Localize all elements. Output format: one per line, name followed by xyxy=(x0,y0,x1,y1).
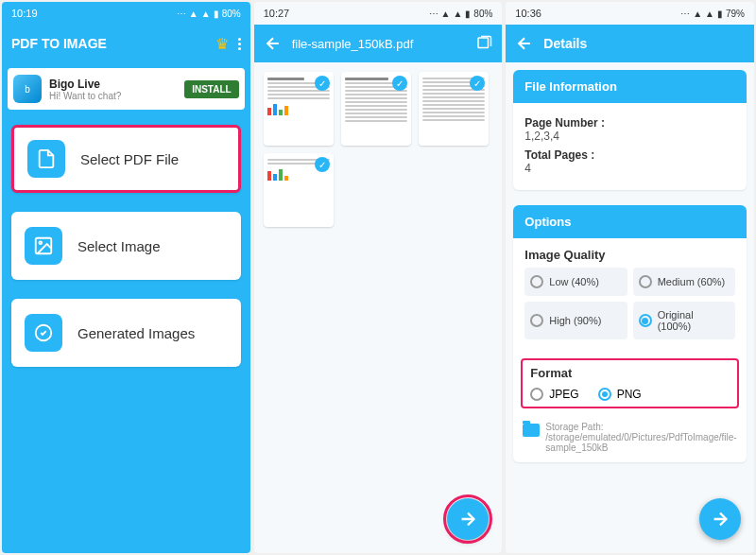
battery-text: 80% xyxy=(222,9,241,19)
check-icon: ✓ xyxy=(392,76,407,91)
clock: 10:36 xyxy=(515,8,541,19)
status-bar: 10:27 ⋯▲▲▮80% xyxy=(254,2,503,25)
app-title: PDF TO IMAGE xyxy=(11,36,206,51)
select-image-label: Select Image xyxy=(77,238,161,254)
generated-label: Generated Images xyxy=(77,325,195,341)
menu-overflow-icon[interactable] xyxy=(238,38,241,50)
battery-icon: ▮ xyxy=(214,9,219,19)
quality-low[interactable]: Low (40%) xyxy=(524,268,627,296)
quality-medium[interactable]: Medium (60%) xyxy=(633,268,735,296)
battery-text: 80% xyxy=(473,9,492,19)
back-icon[interactable] xyxy=(515,34,534,53)
format-section: Format JPEG PNG xyxy=(521,358,739,408)
page-thumbnail[interactable]: ✓ xyxy=(341,72,411,146)
total-pages-value: 4 xyxy=(524,162,735,175)
total-pages-label: Total Pages : xyxy=(524,148,735,162)
status-icons: ⋯▲▲▮80% xyxy=(429,9,493,19)
status-icons: ⋯▲▲▮80% xyxy=(177,9,241,19)
svg-point-1 xyxy=(39,241,42,244)
battery-text: 79% xyxy=(726,9,745,19)
page-thumbnail[interactable]: ✓ xyxy=(264,153,334,227)
check-icon: ✓ xyxy=(470,76,485,91)
status-bar: 10:36 ⋯▲▲▮79% xyxy=(506,2,754,25)
next-fab[interactable] xyxy=(699,498,741,540)
status-icons: ⋯▲▲▮79% xyxy=(680,9,745,19)
generated-icon xyxy=(25,314,62,352)
screen-home: 10:19 ⋯▲▲▮80% PDF TO IMAGE ♛ b Bigo Live… xyxy=(2,2,250,553)
format-label: Format xyxy=(530,366,730,380)
page-thumbnail[interactable]: ✓ xyxy=(264,72,334,146)
storage-path: Storage Path: /storage/emulated/0/Pictur… xyxy=(513,416,747,462)
battery-icon: ▮ xyxy=(465,9,471,19)
app-bar: file-sample_150kB.pdf xyxy=(254,25,503,62)
quality-label: Image Quality xyxy=(524,248,735,262)
page-number-label: Page Number : xyxy=(524,116,735,130)
page-number-value: 1,2,3,4 xyxy=(524,130,735,143)
select-pdf-button[interactable]: Select PDF File xyxy=(11,125,241,193)
status-bar: 10:19 ⋯▲▲▮80% xyxy=(2,2,250,25)
ad-title: Bigo Live xyxy=(49,78,177,91)
install-button[interactable]: INSTALL xyxy=(184,80,238,98)
pdf-icon xyxy=(27,140,65,178)
options-card: Options Image Quality Low (40%) Medium (… xyxy=(513,205,747,462)
check-icon: ✓ xyxy=(315,157,330,172)
app-bar: PDF TO IMAGE ♛ xyxy=(2,25,250,62)
options-head: Options xyxy=(513,205,747,238)
folder-icon xyxy=(523,424,540,437)
page-thumbnail[interactable]: ✓ xyxy=(419,72,489,146)
svg-rect-4 xyxy=(478,38,489,48)
generated-images-button[interactable]: Generated Images xyxy=(11,299,241,367)
app-bar: Details xyxy=(506,25,754,62)
storage-text: Storage Path: /storage/emulated/0/Pictur… xyxy=(545,422,737,453)
quality-high[interactable]: High (90%) xyxy=(524,302,627,339)
select-pdf-label: Select PDF File xyxy=(80,151,179,167)
next-fab[interactable] xyxy=(447,498,489,540)
back-icon[interactable] xyxy=(264,34,283,53)
quality-original[interactable]: Original (100%) xyxy=(633,302,735,339)
file-title: file-sample_150kB.pdf xyxy=(292,37,467,51)
clock: 10:19 xyxy=(11,8,38,19)
screen-details: 10:36 ⋯▲▲▮79% Details File Information P… xyxy=(506,2,754,553)
ad-logo-icon: b xyxy=(13,75,42,103)
screen-pages: 10:27 ⋯▲▲▮80% file-sample_150kB.pdf ✓ ✓ … xyxy=(254,2,503,553)
page-grid: ✓ ✓ ✓ ✓ xyxy=(254,62,503,236)
image-icon xyxy=(25,227,62,265)
file-info-card: File Information Page Number : 1,2,3,4 T… xyxy=(513,70,747,190)
select-image-button[interactable]: Select Image xyxy=(11,212,241,280)
crown-icon[interactable]: ♛ xyxy=(215,35,229,53)
ad-banner[interactable]: b Bigo Live Hi! Want to chat? INSTALL xyxy=(8,68,245,110)
clock: 10:27 xyxy=(264,8,290,19)
format-png[interactable]: PNG xyxy=(598,388,642,401)
ad-subtitle: Hi! Want to chat? xyxy=(49,91,177,101)
battery-icon: ▮ xyxy=(717,9,723,19)
details-title: Details xyxy=(543,36,745,51)
file-info-head: File Information xyxy=(513,70,747,103)
format-jpeg[interactable]: JPEG xyxy=(530,388,578,401)
check-icon: ✓ xyxy=(315,76,330,91)
select-all-icon[interactable] xyxy=(475,35,492,52)
